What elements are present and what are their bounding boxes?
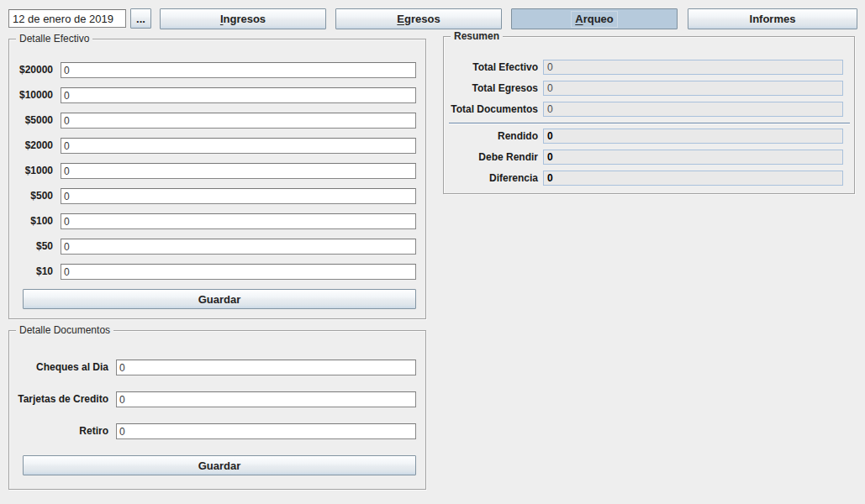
panel-detalle-efectivo-title: Detalle Efectivo xyxy=(16,33,92,45)
date-browse-button[interactable]: ... xyxy=(130,8,151,29)
nav-button-informes-label: Informes xyxy=(750,13,796,25)
denomination-label-2000: $2000 xyxy=(9,138,53,154)
document-label-tarjetas: Tarjetas de Credito xyxy=(18,391,108,407)
denomination-input-2000[interactable] xyxy=(61,138,416,154)
denomination-input-10[interactable] xyxy=(61,264,416,280)
document-input-tarjetas[interactable] xyxy=(116,391,416,407)
nav-button-informes[interactable]: Informes xyxy=(688,8,857,29)
document-input-retiro[interactable] xyxy=(116,423,416,439)
document-label-cheques: Cheques al Dia xyxy=(18,360,108,375)
summary-value-rendido: 0 xyxy=(543,129,843,144)
denomination-input-10000[interactable] xyxy=(61,87,416,103)
denomination-label-5000: $5000 xyxy=(9,113,53,129)
summary-value-total-efectivo: 0 xyxy=(543,60,843,75)
summary-value-total-egresos: 0 xyxy=(543,81,843,96)
nav-button-arqueo[interactable]: Arqueo xyxy=(511,8,678,29)
denomination-input-500[interactable] xyxy=(61,188,416,204)
summary-separator xyxy=(449,123,850,123)
nav-button-egresos-label: Egresos xyxy=(397,13,440,25)
panel-resumen-title: Resumen xyxy=(451,30,503,43)
summary-label-total-egresos: Total Egresos xyxy=(444,81,538,97)
nav-button-egresos[interactable]: Egresos xyxy=(335,8,502,29)
panel-detalle-documentos-title: Detalle Documentos xyxy=(16,324,113,337)
summary-label-total-efectivo: Total Efectivo xyxy=(444,60,538,76)
summary-label-debe-rendir: Debe Rendir xyxy=(444,150,538,165)
denomination-label-100: $100 xyxy=(9,213,53,229)
denomination-input-50[interactable] xyxy=(61,239,416,255)
panel-detalle-efectivo: Detalle Efectivo $20000 $10000 $5000 $20… xyxy=(8,39,426,319)
denomination-label-50: $50 xyxy=(9,239,53,255)
panel-resumen: Resumen Total Efectivo 0 Total Egresos 0… xyxy=(443,36,855,194)
denomination-label-20000: $20000 xyxy=(9,62,53,78)
summary-value-total-documentos: 0 xyxy=(543,102,843,117)
summary-value-diferencia: 0 xyxy=(543,171,843,186)
denomination-input-1000[interactable] xyxy=(61,163,416,179)
summary-label-diferencia: Diferencia xyxy=(444,171,538,186)
nav-button-ingresos-label: Ingresos xyxy=(220,13,266,25)
denomination-label-10: $10 xyxy=(9,264,53,280)
document-input-cheques[interactable] xyxy=(116,360,416,375)
nav-button-ingresos[interactable]: Ingresos xyxy=(160,8,326,29)
denomination-input-100[interactable] xyxy=(61,213,416,229)
save-efectivo-button[interactable]: Guardar xyxy=(23,289,416,309)
nav-button-arqueo-label: Arqueo xyxy=(571,11,618,28)
denomination-label-500: $500 xyxy=(9,188,53,204)
denomination-input-20000[interactable] xyxy=(61,62,416,78)
denomination-label-1000: $1000 xyxy=(9,163,53,179)
summary-label-total-documentos: Total Documentos xyxy=(444,102,538,118)
summary-value-debe-rendir: 0 xyxy=(543,150,843,165)
panel-detalle-documentos: Detalle Documentos Cheques al Dia Tarjet… xyxy=(8,330,426,490)
save-documentos-button[interactable]: Guardar xyxy=(23,455,416,475)
denomination-input-5000[interactable] xyxy=(61,113,416,129)
denomination-label-10000: $10000 xyxy=(9,87,53,103)
document-label-retiro: Retiro xyxy=(18,423,108,439)
date-input[interactable] xyxy=(8,9,126,28)
summary-label-rendido: Rendido xyxy=(444,129,538,144)
